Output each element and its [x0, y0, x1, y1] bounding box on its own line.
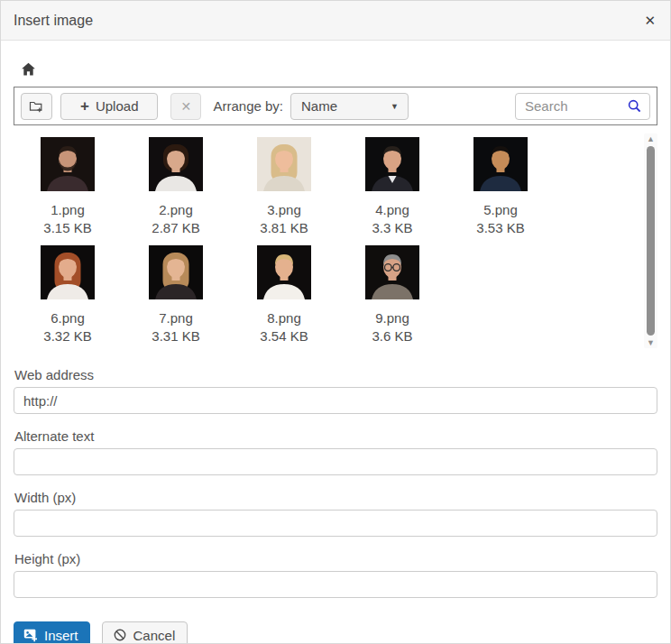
file-size: 3.15 KB: [43, 219, 91, 237]
insert-image-dialog: Insert image ✕ +: [0, 0, 671, 644]
clear-icon: ✕: [181, 99, 192, 114]
file-thumbnail: [149, 245, 203, 299]
file-item[interactable]: 1.png3.15 KB: [14, 130, 122, 238]
height-group: Height (px): [14, 550, 657, 598]
file-list: 1.png3.15 KB2.png2.87 KB3.png3.81 KB4.pn…: [14, 130, 657, 353]
upload-button-label: Upload: [96, 98, 139, 114]
file-size: 3.32 KB: [43, 327, 91, 345]
file-item[interactable]: 4.png3.3 KB: [338, 130, 446, 238]
create-folder-button[interactable]: [21, 93, 52, 120]
plus-icon: +: [80, 98, 89, 114]
file-size: 3.6 KB: [372, 327, 412, 345]
file-size: 3.3 KB: [372, 219, 412, 237]
file-name: 6.png: [51, 309, 85, 327]
file-name: 2.png: [159, 201, 193, 219]
dialog-content: + Upload ✕ Arrange by: Name ▼: [1, 61, 670, 644]
file-thumbnail: [365, 245, 419, 299]
close-button[interactable]: ✕: [644, 14, 656, 27]
home-button[interactable]: [21, 62, 36, 77]
scroll-down-button[interactable]: ▼: [647, 337, 655, 348]
web-address-group: Web address: [14, 366, 657, 414]
width-input[interactable]: [14, 510, 657, 537]
web-address-input[interactable]: [14, 387, 657, 414]
height-input[interactable]: [14, 571, 657, 598]
file-name: 8.png: [267, 309, 301, 327]
scroll-up-button[interactable]: ▲: [647, 133, 655, 144]
arrange-by-label: Arrange by:: [213, 98, 283, 114]
width-group: Width (px): [14, 489, 657, 537]
clear-selection-button[interactable]: ✕: [170, 93, 201, 120]
height-label: Height (px): [14, 550, 657, 567]
file-name: 9.png: [375, 309, 409, 327]
file-item[interactable]: 9.png3.6 KB: [338, 238, 446, 346]
file-thumbnail: [149, 137, 203, 191]
insert-image-icon: [23, 628, 38, 642]
file-name: 5.png: [483, 201, 518, 219]
file-name: 7.png: [159, 309, 193, 327]
file-name: 4.png: [375, 201, 409, 219]
file-thumbnail: [257, 245, 311, 299]
file-item[interactable]: 6.png3.32 KB: [14, 238, 122, 346]
file-name: 3.png: [267, 201, 301, 219]
width-label: Width (px): [14, 489, 657, 506]
folder-plus-icon: [29, 98, 44, 114]
alternate-text-label: Alternate text: [14, 428, 657, 445]
web-address-label: Web address: [14, 366, 657, 383]
file-size: 3.54 KB: [260, 327, 308, 345]
file-thumbnail: [257, 137, 311, 191]
search-box: [515, 93, 650, 120]
close-icon: ✕: [644, 13, 656, 28]
file-grid: 1.png3.15 KB2.png2.87 KB3.png3.81 KB4.pn…: [14, 130, 564, 346]
file-item[interactable]: 3.png3.81 KB: [230, 130, 338, 238]
dialog-titlebar: Insert image ✕: [1, 1, 670, 41]
file-thumbnail: [473, 137, 528, 191]
cancel-button[interactable]: Cancel: [102, 621, 188, 644]
dialog-title: Insert image: [14, 13, 93, 29]
file-item[interactable]: 8.png3.54 KB: [230, 238, 338, 346]
sort-dropdown[interactable]: Name ▼: [290, 93, 409, 120]
file-name: 1.png: [51, 201, 85, 219]
alternate-text-input[interactable]: [14, 448, 657, 475]
search-input[interactable]: [525, 98, 627, 114]
file-thumbnail: [365, 137, 419, 191]
file-item[interactable]: 2.png2.87 KB: [122, 130, 230, 238]
file-size: 3.81 KB: [260, 219, 308, 237]
upload-button[interactable]: + Upload: [60, 93, 158, 120]
file-item[interactable]: 7.png3.31 KB: [122, 238, 230, 346]
dialog-footer: Insert Cancel: [14, 621, 657, 644]
file-browser-toolbar: + Upload ✕ Arrange by: Name ▼: [14, 87, 657, 125]
scroll-thumb[interactable]: [647, 146, 655, 336]
insert-button[interactable]: Insert: [14, 621, 90, 644]
search-icon[interactable]: [627, 98, 642, 114]
breadcrumb: [21, 61, 657, 77]
alternate-text-group: Alternate text: [14, 428, 657, 475]
cancel-icon: [113, 628, 127, 642]
file-item[interactable]: 5.png3.53 KB: [446, 130, 555, 238]
insert-button-label: Insert: [44, 628, 78, 643]
home-icon: [21, 62, 36, 77]
sort-dropdown-value: Name: [301, 98, 337, 114]
file-thumbnail: [41, 245, 95, 299]
chevron-down-icon: ▼: [391, 102, 399, 111]
file-size: 2.87 KB: [152, 219, 199, 237]
cancel-button-label: Cancel: [133, 628, 176, 643]
file-size: 3.31 KB: [152, 327, 199, 345]
scrollbar[interactable]: ▲ ▼: [644, 133, 657, 348]
file-thumbnail: [41, 137, 95, 191]
file-size: 3.53 KB: [476, 219, 524, 237]
